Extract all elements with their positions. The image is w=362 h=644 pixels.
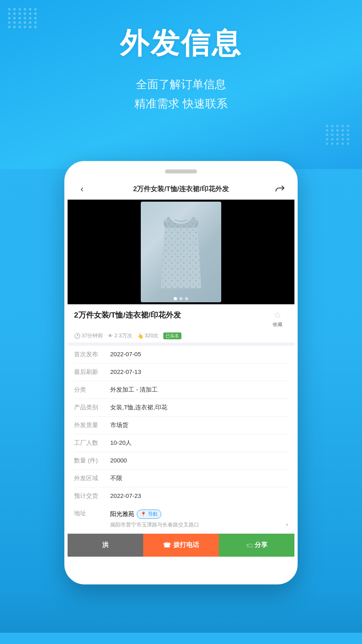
gallery-left-panel (68, 200, 108, 304)
detail-row: 外发区域不限 (74, 470, 288, 487)
phone-notch-pill (165, 169, 197, 173)
share-button[interactable]: ↑□ 分享 (219, 534, 294, 557)
address-arrow-icon: › (286, 521, 288, 528)
nav-badge-label: 导航 (148, 511, 158, 518)
call-button[interactable]: ☎ 拨打电话 (143, 534, 219, 557)
detail-row: 首次发布2022-07-05 (74, 346, 288, 363)
detail-row: 最后刷新2022-07-13 (74, 363, 288, 381)
favorite-label: 收藏 (273, 321, 282, 328)
gallery-right-panel (254, 200, 294, 304)
verified-badge: 已实名 (163, 332, 181, 339)
gallery-dot-2 (179, 297, 183, 300)
decorative-dots-br (326, 125, 350, 145)
address-sub: 揭阳市普宁市玉潭路与长春路交叉路口 (110, 521, 286, 528)
phone-notch-bar (68, 164, 294, 179)
product-gallery (68, 200, 294, 304)
detail-value: 不限 (110, 475, 288, 482)
bottom-action-bar: 洪 ☎ 拨打电话 ↑□ 分享 (68, 533, 294, 557)
address-name: 阳光雅苑 (110, 510, 134, 518)
nav-badge-icon: 📍 (140, 512, 146, 517)
product-meta: 🕐 37分钟前 👁 2.3万次 👆 320次 已实名 (74, 332, 288, 339)
contact-label: 洪 (102, 541, 109, 549)
detail-value: 20000 (110, 457, 288, 464)
detail-value: 女装,T恤,连衣裙,印花 (110, 404, 288, 411)
detail-label: 产品类别 (74, 404, 110, 411)
address-section: 地址 阳光雅苑 📍 导航 揭阳市普宁市玉潭路与长春路交叉路口 › (68, 505, 294, 533)
product-image (141, 202, 221, 302)
address-label: 地址 (74, 510, 110, 517)
nav-title: 2万件女装/T恤/连衣裙/印花外发 (89, 184, 273, 194)
detail-row: 数量 (件)20000 (74, 452, 288, 470)
gallery-dot-1 (174, 297, 177, 300)
product-title: 2万件女装/T恤/连衣裙/印花外发 (74, 310, 267, 320)
detail-row: 预计交货2022-07-23 (74, 487, 288, 505)
detail-value: 10-20人 (110, 439, 288, 447)
decorative-dots-tl (8, 8, 37, 28)
share-icon-btn: ↑□ (246, 542, 253, 549)
phone-icon: ☎ (163, 541, 171, 549)
share-icon[interactable] (273, 182, 287, 196)
detail-label: 最后刷新 (74, 368, 110, 376)
meta-views: 👁 2.3万次 (108, 332, 132, 339)
detail-label: 外发质量 (74, 421, 110, 429)
contact-button[interactable]: 洪 (68, 534, 143, 557)
detail-row: 工厂人数10-20人 (74, 434, 288, 452)
detail-value: 2022-07-13 (110, 368, 288, 375)
meta-favcount: 👆 320次 (137, 332, 159, 339)
address-line2-row: 揭阳市普宁市玉潭路与长春路交叉路口 › (110, 520, 288, 528)
address-detail: 阳光雅苑 📍 导航 揭阳市普宁市玉潭路与长春路交叉路口 › (110, 510, 288, 528)
gallery-dots (174, 297, 188, 300)
clock-icon: 🕐 (74, 333, 80, 339)
hero-section: 外发信息 全面了解订单信息 精准需求 快速联系 (0, 0, 362, 169)
detail-value: 2022-07-05 (110, 351, 288, 357)
hand-icon: 👆 (137, 333, 144, 339)
detail-row: 分类外发加工 - 清加工 (74, 381, 288, 399)
favorite-area[interactable]: ☆ 收藏 (267, 310, 288, 328)
detail-label: 外发区域 (74, 475, 110, 482)
meta-time: 🕐 37分钟前 (74, 332, 103, 339)
back-button[interactable]: ‹ (75, 182, 89, 196)
share-label: 分享 (255, 541, 267, 549)
phone-container: ‹ 2万件女装/T恤/连衣裙/印花外发 (0, 169, 362, 584)
hero-subtitle: 全面了解订单信息 精准需求 快速联系 (134, 75, 228, 113)
detail-value: 市场货 (110, 421, 288, 429)
detail-row: 产品类别女装,T恤,连衣裙,印花 (74, 399, 288, 417)
detail-label: 工厂人数 (74, 439, 110, 447)
hero-title: 外发信息 (120, 24, 242, 63)
product-info: 2万件女装/T恤/连衣裙/印花外发 ☆ 收藏 🕐 37分钟前 👁 2.3万次 (68, 304, 294, 346)
detail-label: 预计交货 (74, 492, 110, 500)
detail-row: 外发质量市场货 (74, 417, 288, 434)
bottom-decoration (0, 584, 362, 633)
eye-icon: 👁 (108, 333, 113, 339)
address-row: 地址 阳光雅苑 📍 导航 揭阳市普宁市玉潭路与长春路交叉路口 › (74, 505, 288, 533)
address-line1: 阳光雅苑 📍 导航 (110, 510, 288, 519)
nav-badge[interactable]: 📍 导航 (137, 510, 161, 519)
detail-value: 2022-07-23 (110, 492, 288, 499)
app-content: ‹ 2万件女装/T恤/连衣裙/印花外发 (68, 179, 294, 581)
nav-bar: ‹ 2万件女装/T恤/连衣裙/印花外发 (68, 179, 294, 200)
detail-value: 外发加工 - 清加工 (110, 386, 288, 394)
detail-label: 数量 (件) (74, 457, 110, 464)
detail-label: 首次发布 (74, 351, 110, 358)
gallery-dot-3 (185, 297, 188, 300)
product-title-row: 2万件女装/T恤/连衣裙/印花外发 ☆ 收藏 (74, 310, 288, 328)
phone-mockup: ‹ 2万件女装/T恤/连衣裙/印花外发 (64, 161, 298, 584)
detail-label: 分类 (74, 386, 110, 394)
details-table: 首次发布2022-07-05最后刷新2022-07-13分类外发加工 - 清加工… (68, 346, 294, 505)
call-label: 拨打电话 (173, 541, 199, 549)
star-icon: ☆ (274, 310, 282, 320)
